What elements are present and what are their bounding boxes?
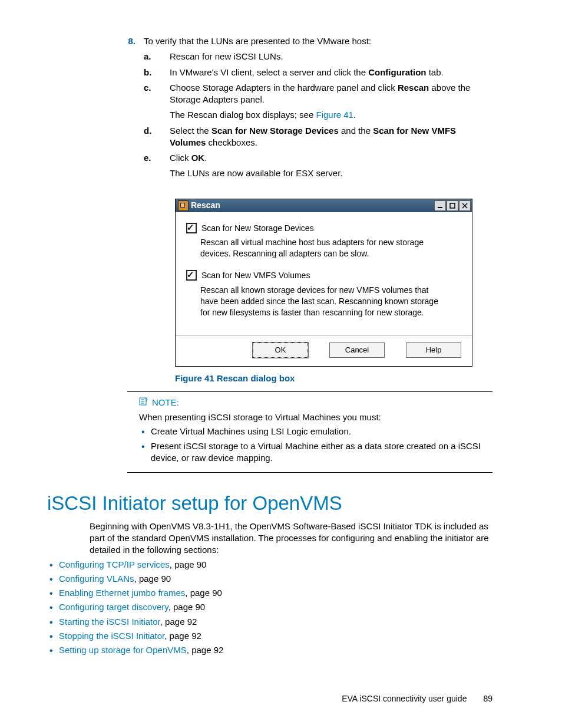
toc-item: Configuring TCP/IP services, page 90	[59, 559, 492, 571]
substep-a-marker: a.	[144, 51, 170, 62]
step-number: 8.	[112, 35, 144, 181]
step-text: To verify that the LUNs are presented to…	[144, 35, 492, 47]
toc-item: Configuring VLANs, page 90	[59, 573, 492, 585]
scan-storage-checkbox[interactable]	[186, 223, 197, 233]
scan-storage-desc: Rescan all virtual machine host bus adap…	[200, 237, 448, 259]
substep-e-text: Click OK. The LUNs are now available for…	[170, 152, 492, 180]
substep-c-marker: c.	[144, 82, 170, 121]
substep-b-text: In VMware's VI client, select a server a…	[170, 67, 492, 78]
page-footer: EVA iSCSI connectivity user guide89	[342, 693, 492, 704]
ok-button[interactable]: OK	[253, 342, 308, 358]
figure-41-link[interactable]: Figure 41	[316, 110, 353, 120]
divider	[127, 472, 492, 473]
figure-caption: Figure 41 Rescan dialog box	[175, 373, 492, 384]
substep-b-marker: b.	[144, 67, 170, 78]
help-button[interactable]: Help	[406, 342, 461, 358]
substep-d-text: Select the Scan for New Storage Devices …	[170, 125, 492, 149]
toc-link[interactable]: Starting the iSCSI Initiator	[59, 617, 160, 627]
toc-list: Configuring TCP/IP services, page 90Conf…	[47, 559, 492, 657]
divider	[127, 391, 492, 392]
note-icon	[139, 397, 148, 409]
svg-rect-1	[450, 203, 455, 208]
substep-e-marker: e.	[144, 152, 170, 180]
substep-d-marker: d.	[144, 125, 170, 149]
intro-paragraph: Beginning with OpenVMS V8.3-1H1, the Ope…	[90, 521, 492, 556]
substep-a-text: Rescan for new iSCSI LUNs.	[170, 51, 492, 62]
note-heading: NOTE:	[139, 397, 492, 409]
toc-link[interactable]: Stopping the iSCSI Initiator	[59, 631, 164, 641]
toc-link[interactable]: Configuring target discovery	[59, 602, 168, 612]
note-lead: When presenting iSCSI storage to Virtual…	[139, 411, 492, 423]
toc-link[interactable]: Configuring TCP/IP services	[59, 559, 170, 569]
toc-item: Starting the iSCSI Initiator, page 92	[59, 616, 492, 628]
maximize-button[interactable]	[447, 200, 458, 211]
scan-storage-label: Scan for New Storage Devices	[201, 223, 314, 234]
scan-vmfs-checkbox[interactable]	[186, 270, 197, 281]
toc-item: Configuring target discovery, page 90	[59, 601, 492, 613]
substep-c-text: Choose Storage Adapters in the hardware …	[170, 82, 492, 121]
toc-link[interactable]: Enabling Ethernet jumbo frames	[59, 588, 185, 598]
dialog-title: Rescan	[191, 200, 220, 211]
dialog-icon	[178, 200, 189, 211]
close-button[interactable]	[459, 200, 471, 211]
minimize-button[interactable]	[434, 200, 446, 211]
cancel-button[interactable]: Cancel	[329, 342, 385, 358]
toc-item: Setting up storage for OpenVMS, page 92	[59, 644, 492, 656]
toc-item: Enabling Ethernet jumbo frames, page 90	[59, 587, 492, 599]
toc-link[interactable]: Configuring VLANs	[59, 574, 134, 584]
scan-vmfs-desc: Rescan all known storage devices for new…	[200, 285, 448, 318]
rescan-dialog: Rescan Scan for New Storage Devices Resc…	[175, 199, 472, 367]
section-heading: iSCSI Initiator setup for OpenVMS	[47, 490, 492, 517]
note-bullet-2: Present iSCSI storage to a Virtual Machi…	[151, 440, 492, 465]
toc-item: Stopping the iSCSI Initiator, page 92	[59, 630, 492, 642]
scan-vmfs-label: Scan for New VMFS Volumes	[201, 270, 310, 281]
note-bullet-1: Create Virtual Machines using LSI Logic …	[151, 426, 492, 437]
toc-link[interactable]: Setting up storage for OpenVMS	[59, 645, 187, 655]
